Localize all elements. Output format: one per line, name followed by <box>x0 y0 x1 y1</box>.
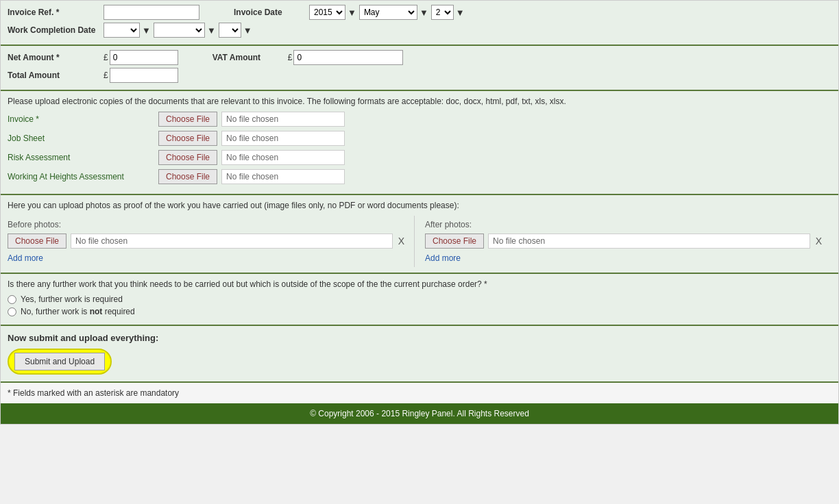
work-completion-year-select[interactable]: 201320142015 <box>104 23 140 38</box>
invoice-month-select[interactable]: May JanuaryFebruaryMarchApril JuneJulyAu… <box>359 5 417 20</box>
net-amount-label: Net Amount * <box>8 53 104 62</box>
after-no-file-text: No file chosen <box>493 236 545 246</box>
work-completion-day-select[interactable]: 12 <box>219 23 241 38</box>
no-file-text-3: No file chosen <box>221 169 345 184</box>
before-remove-button[interactable]: X <box>396 236 407 247</box>
net-currency-symbol: £ <box>104 53 108 62</box>
upload-row: Risk AssessmentChoose FileNo file chosen <box>8 150 831 165</box>
upload-label-3: Working At Heights Assessment <box>8 172 158 181</box>
further-work-yes-label: Yes, further work is required <box>21 294 123 304</box>
total-amount-input[interactable] <box>110 68 178 83</box>
work-completion-month-select[interactable]: JanuaryFebruary <box>154 23 205 38</box>
choose-file-button-0[interactable]: Choose File <box>158 112 217 127</box>
upload-instruction: Please upload electronic copies of the d… <box>8 97 831 106</box>
total-amount-label: Total Amount <box>8 71 104 80</box>
upload-label-0: Invoice * <box>8 114 158 124</box>
photos-instruction: Here you can upload photos as proof of t… <box>8 201 831 210</box>
after-choose-file-button[interactable]: Choose File <box>425 234 484 249</box>
upload-label-1: Job Sheet <box>8 134 158 143</box>
before-photos-label: Before photos: <box>8 220 407 229</box>
before-photos-column: Before photos: Choose File No file chose… <box>8 216 415 267</box>
upload-row: Invoice *Choose FileNo file chosen <box>8 112 831 127</box>
before-no-file-text: No file chosen <box>75 236 127 246</box>
vat-currency-symbol: £ <box>288 53 293 62</box>
before-choose-file-button[interactable]: Choose File <box>8 234 66 249</box>
total-currency-symbol: £ <box>104 71 108 80</box>
choose-file-button-3[interactable]: Choose File <box>158 169 217 184</box>
mandatory-note: * Fields marked with an asterisk are man… <box>1 383 838 403</box>
upload-label-2: Risk Assessment <box>8 153 158 162</box>
after-remove-button[interactable]: X <box>813 236 825 247</box>
net-amount-input[interactable] <box>110 50 178 65</box>
further-work-no-radio[interactable] <box>8 307 16 316</box>
submit-upload-button[interactable]: Submit and Upload <box>14 353 105 370</box>
invoice-ref-input[interactable] <box>104 5 199 20</box>
footer-copyright: © Copyright 2006 - 2015 Ringley Panel. A… <box>310 409 529 418</box>
footer: © Copyright 2006 - 2015 Ringley Panel. A… <box>1 403 838 424</box>
upload-row: Working At Heights AssessmentChoose File… <box>8 169 831 184</box>
further-work-yes-radio[interactable] <box>8 295 16 304</box>
after-add-more-link[interactable]: Add more <box>425 253 461 263</box>
after-photos-column: After photos: Choose File No file chosen… <box>415 216 831 267</box>
after-photos-label: After photos: <box>425 220 825 229</box>
upload-row: Job SheetChoose FileNo file chosen <box>8 131 831 146</box>
further-work-question: Is there any further work that you think… <box>8 279 831 289</box>
work-completion-label: Work Completion Date <box>8 25 104 35</box>
vat-amount-label: VAT Amount <box>212 53 288 62</box>
before-add-more-link[interactable]: Add more <box>8 253 43 263</box>
submit-instruction: Now submit and upload everything: <box>8 333 831 343</box>
further-work-no-label: No, further work is not required <box>21 307 135 316</box>
invoice-day-select[interactable]: 2 1345 <box>431 5 454 20</box>
vat-amount-input[interactable] <box>293 50 403 65</box>
invoice-date-label: Invoice Date <box>234 8 309 17</box>
no-file-text-2: No file chosen <box>221 150 345 165</box>
choose-file-button-1[interactable]: Choose File <box>158 131 217 146</box>
no-file-text-1: No file chosen <box>221 131 345 146</box>
no-file-text-0: No file chosen <box>221 112 345 127</box>
invoice-ref-label: Invoice Ref. * <box>8 8 104 17</box>
invoice-year-select[interactable]: 2015 2013201420162017 <box>309 5 345 20</box>
submit-button-highlight: Submit and Upload <box>8 349 112 375</box>
choose-file-button-2[interactable]: Choose File <box>158 150 217 165</box>
